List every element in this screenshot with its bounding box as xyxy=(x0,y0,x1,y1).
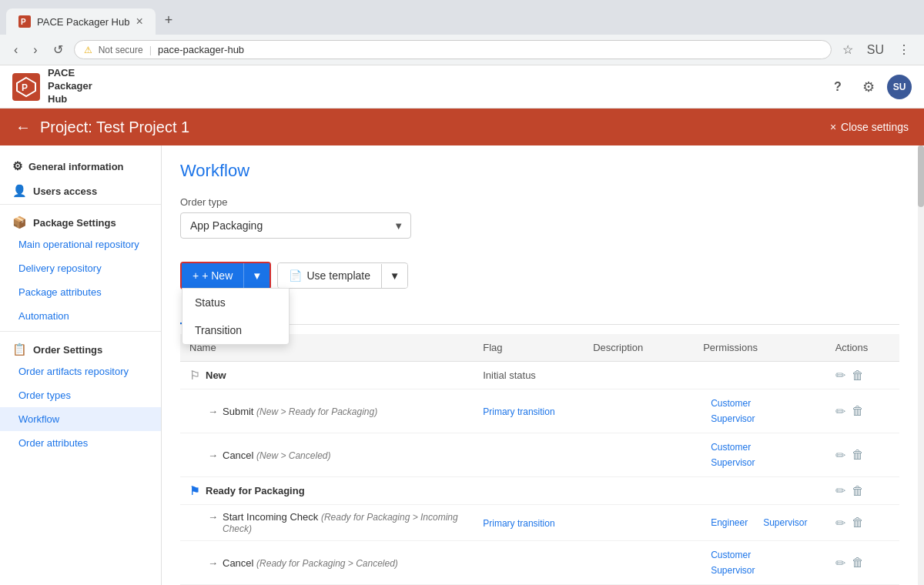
package-icon: 📦 xyxy=(12,216,27,229)
svg-text:P: P xyxy=(21,18,26,26)
sidebar-item-order-attributes[interactable]: Order attributes xyxy=(0,431,161,455)
transition-detail-text: (New > Canceled) xyxy=(256,450,330,461)
new-tab-button[interactable]: + xyxy=(156,6,182,35)
col-permissions: Permissions xyxy=(694,334,826,362)
transition-detail-text: (Ready for Packaging > Canceled) xyxy=(256,558,398,569)
order-icon: 📋 xyxy=(12,343,27,356)
scrollbar-thumb[interactable] xyxy=(918,145,924,207)
app-header: P PACE Packager Hub ? ⚙ SU xyxy=(0,65,924,109)
status-permissions-cell xyxy=(694,362,826,389)
sidebar-divider-2 xyxy=(0,331,161,332)
new-button-label: + New xyxy=(202,269,233,282)
order-type-select[interactable]: App Packaging xyxy=(180,212,411,239)
transition-description-cell xyxy=(584,433,694,477)
status-flag-text: Initial status xyxy=(483,369,536,381)
status-description-cell xyxy=(584,477,694,505)
sidebar-item-users-access[interactable]: 👤 Users access xyxy=(0,176,161,201)
permission-badge[interactable]: Supervisor xyxy=(703,455,762,470)
edit-icon[interactable]: ✏ xyxy=(835,368,845,383)
permission-badge[interactable]: Customer xyxy=(703,440,758,455)
new-transition-option[interactable]: Transition xyxy=(182,316,289,344)
permission-badge[interactable]: Customer xyxy=(703,396,758,411)
account-button[interactable]: SU xyxy=(862,40,889,60)
page-title: Workflow xyxy=(180,161,899,181)
sidebar-item-automation[interactable]: Automation xyxy=(0,304,161,328)
back-to-projects-button[interactable]: ← xyxy=(15,119,31,136)
transition-description-cell xyxy=(584,389,694,433)
edit-icon[interactable]: ✏ xyxy=(835,448,845,463)
col-description: Description xyxy=(584,334,694,362)
sidebar-section-package-settings: 📦 Package Settings xyxy=(0,208,161,232)
bookmark-button[interactable]: ☆ xyxy=(838,39,858,60)
transition-name-cell: → Submit (New > Ready for Packaging) xyxy=(180,389,474,433)
transition-actions-cell: ✏ 🗑 xyxy=(826,433,899,477)
delete-icon[interactable]: 🗑 xyxy=(852,556,864,570)
transition-actions-cell: ✏ 🗑 xyxy=(826,505,899,541)
sidebar: ⚙ General information 👤 Users access 📦 P… xyxy=(0,145,162,585)
table-row: → Submit (New > Ready for Packaging) Pri… xyxy=(180,389,899,433)
col-actions: Actions xyxy=(826,334,899,362)
scrollbar-track[interactable] xyxy=(918,145,924,585)
status-flag-icon: ⚐ xyxy=(189,369,199,383)
delete-icon[interactable]: 🗑 xyxy=(852,369,864,383)
edit-icon[interactable]: ✏ xyxy=(835,404,845,419)
project-title: Project: Test Project 1 xyxy=(40,119,830,136)
sidebar-item-main-operational[interactable]: Main operational repository xyxy=(0,232,161,256)
transition-label-text: Cancel xyxy=(223,557,253,569)
transition-permissions-cell: EngineerSupervisor xyxy=(694,505,826,541)
sidebar-item-order-artifacts[interactable]: Order artifacts repository xyxy=(0,359,161,383)
delete-icon[interactable]: 🗑 xyxy=(852,448,864,462)
svg-text:P: P xyxy=(22,82,28,93)
edit-icon[interactable]: ✏ xyxy=(835,516,845,530)
forward-button[interactable]: › xyxy=(28,40,42,60)
browser-toolbar: ‹ › ↺ ⚠ Not secure | pace-packager-hub ☆… xyxy=(0,35,924,65)
use-template-label: Use template xyxy=(306,269,370,282)
permission-badge[interactable]: Supervisor xyxy=(703,563,762,578)
close-tab-button[interactable]: × xyxy=(136,15,142,28)
new-button-dropdown-toggle[interactable]: ▼ xyxy=(243,263,270,288)
edit-icon[interactable]: ✏ xyxy=(835,556,845,570)
sidebar-item-order-types[interactable]: Order types xyxy=(0,383,161,407)
transition-arrow-icon: → xyxy=(208,511,218,523)
new-status-option[interactable]: Status xyxy=(182,289,289,316)
transition-flag-cell xyxy=(474,433,584,477)
permission-badge[interactable]: Supervisor xyxy=(703,411,762,426)
delete-icon[interactable]: 🗑 xyxy=(852,484,864,498)
delete-icon[interactable]: 🗑 xyxy=(852,516,864,530)
use-template-dropdown-toggle[interactable]: ▼ xyxy=(381,264,407,288)
reload-button[interactable]: ↺ xyxy=(49,39,68,60)
new-button-main[interactable]: + + New xyxy=(182,263,243,288)
use-template-button[interactable]: 📄 Use template xyxy=(278,263,380,288)
favicon-icon: P xyxy=(18,15,31,28)
sidebar-item-package-attributes[interactable]: Package attributes xyxy=(0,280,161,304)
action-row: + + New ▼ Status Transition 📄 Use templa… xyxy=(180,262,899,289)
transition-flag-text: Primary transition xyxy=(483,406,554,417)
order-type-select-wrapper: App Packaging ▼ xyxy=(180,212,411,239)
table-row: → Cancel (New > Canceled) CustomerSuperv… xyxy=(180,433,899,477)
delete-icon[interactable]: 🗑 xyxy=(852,404,864,418)
permission-badge[interactable]: Engineer xyxy=(703,515,755,530)
transition-label-text: Cancel xyxy=(223,450,253,461)
help-icon: ? xyxy=(834,80,842,94)
transition-flag-text: Primary transition xyxy=(483,518,554,529)
sidebar-item-general-information[interactable]: ⚙ General information xyxy=(0,152,161,176)
permission-badge[interactable]: Supervisor xyxy=(755,515,815,530)
help-button[interactable]: ? xyxy=(825,75,850,99)
address-bar[interactable]: ⚠ Not secure | pace-packager-hub xyxy=(74,40,832,59)
avatar-button[interactable]: SU xyxy=(887,75,912,99)
transition-arrow-icon: → xyxy=(208,557,218,569)
gear-icon: ⚙ xyxy=(862,79,875,95)
col-flag: Flag xyxy=(474,334,584,362)
general-info-icon: ⚙ xyxy=(12,159,22,173)
close-settings-button[interactable]: × Close settings xyxy=(830,121,909,133)
back-button[interactable]: ‹ xyxy=(9,40,22,60)
edit-icon[interactable]: ✏ xyxy=(835,483,845,498)
transition-label-text: Submit xyxy=(223,406,253,417)
sidebar-item-delivery[interactable]: Delivery repository xyxy=(0,256,161,280)
users-access-label: Users access xyxy=(33,186,97,197)
sidebar-item-workflow[interactable]: Workflow xyxy=(0,407,161,431)
settings-button[interactable]: ⚙ xyxy=(856,75,881,99)
permission-badge[interactable]: Customer xyxy=(703,547,758,563)
menu-button[interactable]: ⋮ xyxy=(893,39,915,60)
new-dropdown-menu: Status Transition xyxy=(182,288,290,345)
